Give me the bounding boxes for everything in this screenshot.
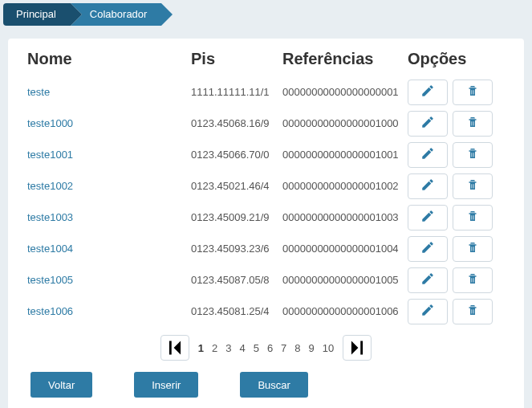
row-nome-link[interactable]: teste1005 — [27, 274, 191, 286]
insert-button[interactable]: Inserir — [134, 372, 198, 398]
row-options — [408, 80, 497, 105]
delete-button[interactable] — [453, 205, 493, 231]
trash-icon — [465, 115, 480, 132]
edit-button[interactable] — [408, 173, 448, 199]
search-button[interactable]: Buscar — [240, 372, 307, 398]
row-nome-link[interactable]: teste1001 — [27, 149, 191, 161]
pager-page-6[interactable]: 6 — [263, 342, 277, 354]
table-row: teste1111.11111.11/100000000000000000001 — [27, 76, 505, 108]
pager-first-button[interactable] — [160, 335, 189, 361]
pager-last-button[interactable] — [343, 335, 372, 361]
trash-icon — [465, 271, 480, 288]
table-row: teste10000123.45068.16/90000000000000000… — [27, 108, 505, 139]
row-pis: 1111.11111.11/1 — [191, 86, 282, 98]
pager-page-8[interactable]: 8 — [290, 342, 304, 354]
row-ref: 00000000000000001005 — [282, 274, 408, 286]
trash-icon — [465, 209, 480, 226]
trash-icon — [465, 146, 480, 163]
main-panel: Nome Pis Referências Opções teste1111.11… — [8, 39, 524, 408]
header-opt: Opções — [408, 50, 496, 68]
row-options — [408, 299, 497, 324]
trash-icon — [465, 303, 480, 320]
breadcrumb: Principal Colaborador — [0, 0, 532, 26]
table-row: teste10060123.45081.25/40000000000000000… — [27, 296, 505, 327]
pager-page-9[interactable]: 9 — [305, 342, 319, 354]
pencil-icon — [420, 303, 435, 320]
row-nome-link[interactable]: teste1006 — [27, 305, 191, 317]
breadcrumb-current[interactable]: Colaborador — [71, 3, 162, 26]
edit-button[interactable] — [408, 299, 448, 324]
pager-numbers: 12345678910 — [194, 342, 339, 354]
pager-page-10[interactable]: 10 — [319, 342, 338, 354]
table-row: teste10010123.45066.70/00000000000000000… — [27, 139, 505, 170]
edit-button[interactable] — [408, 142, 448, 168]
edit-button[interactable] — [408, 111, 448, 137]
breadcrumb-home[interactable]: Principal — [3, 3, 71, 26]
row-options — [408, 173, 497, 199]
pager-page-7[interactable]: 7 — [277, 342, 290, 354]
delete-button[interactable] — [453, 80, 493, 105]
row-ref: 00000000000000000001 — [282, 86, 408, 98]
row-pis: 0123.45021.46/4 — [191, 180, 282, 192]
breadcrumb-home-label: Principal — [16, 8, 56, 20]
edit-button[interactable] — [408, 236, 448, 262]
row-options — [408, 267, 497, 293]
row-pis: 0123.45093.23/6 — [191, 243, 282, 255]
pager-page-4[interactable]: 4 — [235, 342, 249, 354]
row-ref: 00000000000000001003 — [282, 211, 408, 223]
row-nome-link[interactable]: teste — [27, 86, 191, 98]
header-pis: Pis — [191, 50, 282, 68]
delete-button[interactable] — [453, 236, 493, 262]
pager-page-1[interactable]: 1 — [194, 342, 208, 354]
row-nome-link[interactable]: teste1000 — [27, 117, 191, 129]
delete-button[interactable] — [453, 142, 493, 168]
header-nome: Nome — [27, 50, 191, 68]
pager-page-3[interactable]: 3 — [221, 342, 235, 354]
table-row: teste10040123.45093.23/60000000000000000… — [27, 233, 505, 264]
row-options — [408, 111, 497, 137]
row-ref: 00000000000000001004 — [282, 243, 408, 255]
header-ref: Referências — [282, 50, 408, 68]
row-nome-link[interactable]: teste1004 — [27, 243, 191, 255]
row-ref: 00000000000000001001 — [282, 149, 408, 161]
pager-page-2[interactable]: 2 — [208, 342, 221, 354]
row-pis: 0123.45081.25/4 — [191, 305, 282, 317]
table-row: teste10050123.45087.05/80000000000000000… — [27, 264, 505, 296]
delete-button[interactable] — [453, 111, 493, 137]
last-page-icon — [343, 334, 371, 361]
row-pis: 0123.45066.70/0 — [191, 149, 282, 161]
row-ref: 00000000000000001002 — [282, 180, 408, 192]
row-nome-link[interactable]: teste1003 — [27, 211, 191, 223]
table-row: teste10030123.45009.21/90000000000000000… — [27, 202, 505, 233]
row-options — [408, 205, 497, 231]
table-body: teste1111.11111.11/100000000000000000001… — [27, 76, 505, 327]
edit-button[interactable] — [408, 205, 448, 231]
edit-button[interactable] — [408, 267, 448, 293]
row-pis: 0123.45009.21/9 — [191, 211, 282, 223]
first-page-icon — [161, 334, 189, 361]
row-ref: 00000000000000001000 — [282, 117, 408, 129]
row-options — [408, 142, 497, 168]
row-options — [408, 236, 497, 262]
trash-icon — [465, 84, 480, 100]
row-ref: 00000000000000001006 — [282, 305, 408, 317]
breadcrumb-current-label: Colaborador — [90, 8, 148, 20]
row-pis: 0123.45087.05/8 — [191, 274, 282, 286]
edit-button[interactable] — [408, 80, 448, 105]
delete-button[interactable] — [453, 267, 493, 293]
delete-button[interactable] — [453, 299, 493, 324]
back-button[interactable]: Voltar — [30, 372, 92, 398]
delete-button[interactable] — [453, 173, 493, 199]
pencil-icon — [420, 177, 435, 194]
pencil-icon — [420, 271, 435, 288]
pencil-icon — [420, 240, 435, 257]
trash-icon — [465, 240, 480, 257]
pager-page-5[interactable]: 5 — [250, 342, 263, 354]
chevron-right-icon — [71, 3, 82, 26]
action-bar: Voltar Inserir Buscar — [27, 372, 505, 398]
trash-icon — [465, 177, 480, 194]
pencil-icon — [420, 84, 435, 100]
row-nome-link[interactable]: teste1002 — [27, 180, 191, 192]
table-header: Nome Pis Referências Opções — [27, 50, 505, 76]
pager: 12345678910 — [27, 335, 505, 361]
